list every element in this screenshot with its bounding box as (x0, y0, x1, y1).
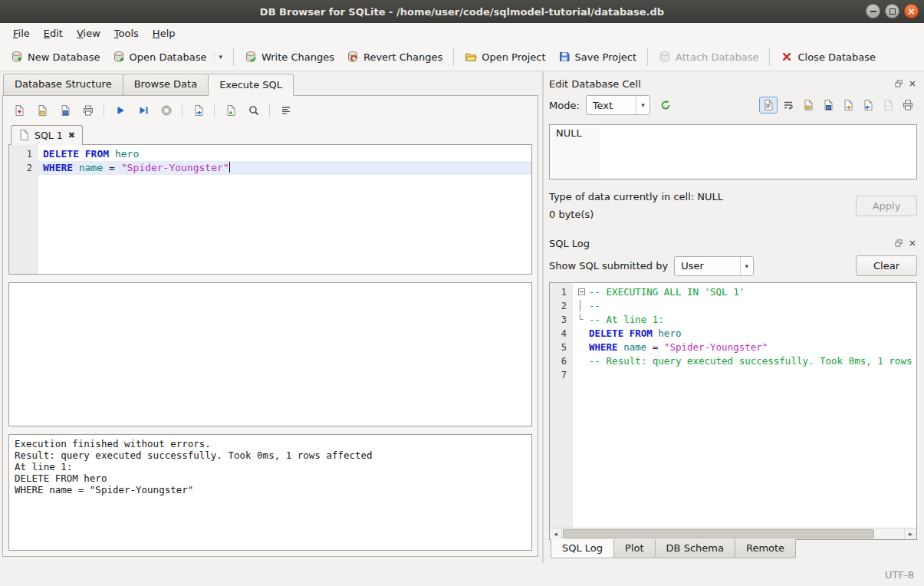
apply-button[interactable]: Apply (856, 196, 917, 216)
save-project-button[interactable]: Save Project (552, 47, 643, 67)
tab-browse-data[interactable]: Browse Data (123, 74, 209, 96)
clear-button[interactable]: Clear (856, 255, 917, 276)
export-results-button[interactable] (188, 101, 209, 120)
print-cell-button[interactable] (899, 97, 917, 114)
stop-button[interactable] (156, 101, 176, 120)
write-changes-icon (245, 51, 257, 63)
toolbar-button-label: Open Database (130, 51, 207, 63)
cell-type-info: Type of data currently in cell: NULL (549, 188, 856, 206)
toolbar-button-label: Save Project (575, 51, 637, 63)
write-changes-button[interactable]: Write Changes (238, 47, 340, 67)
save-sql-file-button[interactable] (54, 101, 75, 120)
fold-marker: │ (577, 299, 589, 313)
tab-database-structure[interactable]: Database Structure (3, 74, 123, 96)
execute-all-icon (114, 104, 127, 117)
log-line: 6-- Result: query executed successfully.… (550, 354, 916, 368)
new-query-tab-icon (13, 104, 25, 117)
open-sql-file-button[interactable] (31, 101, 52, 120)
menu-view[interactable]: View (70, 25, 107, 41)
open-database-button[interactable]: Open Database▾ (107, 47, 229, 67)
save-results-button[interactable] (220, 101, 241, 120)
fold-marker: └ (577, 313, 589, 327)
toolbar-button-label: Open Project (482, 51, 545, 63)
close-tab-icon[interactable]: ✖ (67, 130, 76, 140)
toolbar-separator (453, 48, 454, 66)
dock-tab-bar: SQL LogPlotDB SchemaRemote (549, 539, 917, 558)
menu-bar: FileEditViewToolsHelp (0, 23, 924, 43)
log-filter-select[interactable]: User ▾ (674, 256, 754, 276)
cell-editor[interactable]: NULL (549, 124, 917, 179)
close-window-button[interactable]: × (904, 4, 919, 18)
scroll-right-icon[interactable]: ▸ (904, 528, 916, 539)
line-number: 7 (550, 368, 573, 382)
fold-marker[interactable]: − (577, 285, 589, 299)
word-wrap-button[interactable] (779, 97, 797, 114)
tab-remote[interactable]: Remote (735, 539, 796, 558)
scroll-track[interactable] (562, 528, 904, 539)
close-panel-icon[interactable] (907, 79, 917, 89)
toolbar-separator (647, 48, 648, 66)
execute-line-button[interactable] (133, 101, 153, 120)
right-pane: Edit Database Cell Mode: Text ▾ NULL Typ… (544, 71, 924, 563)
open-project-icon (465, 51, 477, 63)
log-line: 1−-- EXECUTING ALL IN 'SQL 1' (550, 285, 916, 299)
export-cell-button[interactable] (839, 97, 857, 114)
toolbar-separator (214, 104, 215, 117)
auto-mode-button[interactable] (656, 97, 675, 114)
mode-select[interactable]: Text ▾ (586, 95, 650, 115)
text-mode-button[interactable] (759, 97, 778, 114)
import-cell-button[interactable] (859, 97, 877, 114)
line-number: 1 (9, 147, 38, 161)
save-cell-button[interactable] (819, 97, 837, 114)
attach-database-button: Attach Database (653, 47, 765, 67)
edit-cell-header: Edit Database Cell (549, 74, 917, 93)
log-line: 4DELETE FROM hero (550, 327, 916, 341)
log-line: 7 (550, 368, 916, 382)
toolbar-button-label: New Database (28, 51, 100, 63)
maximize-button[interactable] (885, 4, 899, 18)
sql-log-title: SQL Log (549, 238, 893, 249)
revert-changes-button[interactable]: Revert Changes (340, 47, 449, 67)
find-replace-button[interactable] (243, 101, 264, 120)
log-hscrollbar[interactable]: ◂ ▸ (550, 528, 916, 539)
close-database-button[interactable]: Close Database (774, 47, 882, 67)
sql-log-view[interactable]: 1−-- EXECUTING ALL IN 'SQL 1'2│--3└-- At… (550, 283, 916, 528)
scroll-left-icon[interactable]: ◂ (550, 528, 562, 539)
tab-execute-sql[interactable]: Execute SQL (208, 74, 294, 96)
menu-tools[interactable]: Tools (107, 25, 146, 41)
minimize-icon (870, 11, 876, 12)
format-sql-button[interactable] (275, 101, 296, 120)
text-cursor (229, 162, 231, 173)
execute-line-icon (137, 104, 150, 117)
open-cell-button[interactable] (799, 97, 817, 114)
cell-mode-row: Mode: Text ▾ (549, 95, 917, 115)
print-button[interactable] (77, 101, 98, 120)
float-panel-icon[interactable] (893, 79, 903, 89)
cell-size-info: 0 byte(s) (549, 206, 856, 223)
menu-help[interactable]: Help (146, 25, 182, 41)
print-icon (82, 104, 94, 117)
float-panel-icon[interactable] (893, 239, 903, 249)
menu-file[interactable]: File (6, 25, 37, 41)
collapse-icon[interactable]: − (578, 288, 585, 295)
minimize-button[interactable] (866, 4, 880, 18)
new-database-button[interactable]: New Database (5, 47, 107, 67)
cell-editor-toolbar (759, 97, 917, 114)
line-number: 5 (550, 341, 573, 354)
menu-edit[interactable]: Edit (37, 25, 70, 41)
tab-plot[interactable]: Plot (613, 539, 656, 558)
tab-sql-log[interactable]: SQL Log (551, 539, 614, 558)
sql-editor[interactable]: 1DELETE FROM hero2WHERE name = "Spider-Y… (8, 144, 532, 275)
scroll-thumb[interactable] (563, 529, 874, 538)
close-database-icon (781, 51, 793, 63)
new-query-tab-button[interactable] (8, 101, 29, 120)
tab-db-schema[interactable]: DB Schema (655, 539, 735, 558)
log-filter-row: Show SQL submitted by User ▾ Clear (549, 255, 917, 276)
chevron-down-icon[interactable]: ▾ (214, 53, 222, 61)
close-panel-icon[interactable] (907, 239, 917, 249)
results-pane (8, 282, 532, 426)
open-project-button[interactable]: Open Project (459, 47, 551, 67)
execute-all-button[interactable] (110, 101, 130, 120)
status-bar: UTF-8 (0, 563, 924, 586)
sql-tab[interactable]: SQL 1 ✖ (11, 125, 83, 145)
